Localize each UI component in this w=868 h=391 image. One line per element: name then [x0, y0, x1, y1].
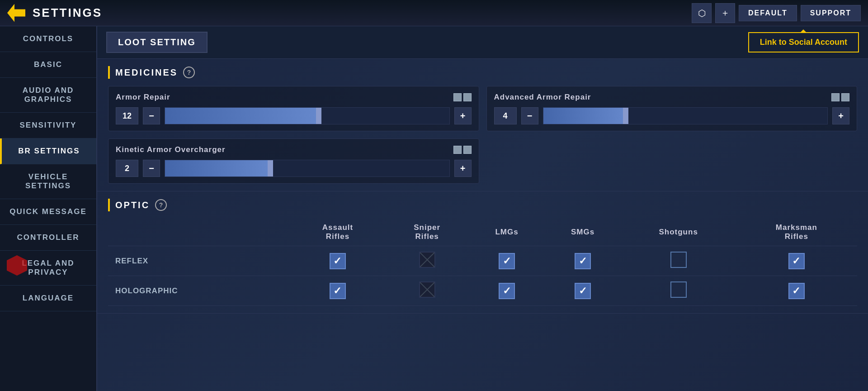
add-button[interactable]: ＋	[715, 3, 735, 23]
kinetic-armor-label: Kinetic Armor Overcharger	[116, 145, 226, 154]
checkmark-icon: ✓	[792, 285, 801, 297]
default-button[interactable]: DEFAULT	[739, 5, 797, 21]
reflex-marksman-checkbox[interactable]: ✓	[788, 253, 805, 269]
medicines-help-icon[interactable]: ?	[183, 67, 195, 78]
optic-reflex-label: REFLEX	[108, 246, 290, 276]
checkmark-icon: ✓	[333, 285, 342, 297]
sidebar-item-language[interactable]: LANGUAGE	[0, 286, 96, 311]
reflex-shotguns-checkbox[interactable]	[670, 252, 687, 268]
optic-holographic-shotguns	[621, 276, 736, 306]
optic-col-shotguns: Shotguns	[621, 219, 736, 246]
support-button[interactable]: SUPPORT	[801, 5, 861, 21]
sidebar-item-legal-privacy[interactable]: LEGAL AND PRIVACY	[0, 251, 96, 286]
optic-holographic-lmgs: ✓	[469, 276, 545, 306]
armor-repair-minus[interactable]: −	[143, 107, 160, 124]
holographic-assault-checkbox[interactable]: ✓	[330, 283, 346, 299]
sidebar-item-sensitivity[interactable]: SENSITIVITY	[0, 113, 96, 138]
sidebar-item-vehicle-settings[interactable]: VEHICLE SETTINGS	[0, 164, 96, 199]
armor-repair-value: 12	[116, 107, 138, 124]
loot-setting-tab[interactable]: LOOT SETTING	[106, 32, 208, 53]
optic-col-assault: AssaultRifles	[290, 219, 385, 246]
armor-repair-thumb	[316, 108, 321, 124]
medicines-title-row: MEDICINES ?	[108, 66, 857, 79]
optic-col-sniper: SniperRifles	[385, 219, 469, 246]
optic-reflex-marksman: ✓	[736, 246, 857, 276]
sidebar-item-controls[interactable]: CONTROLS	[0, 26, 96, 52]
kinetic-armor-fill	[165, 160, 273, 176]
armor-repair-track[interactable]	[165, 107, 450, 124]
holographic-shotguns-checkbox[interactable]	[670, 281, 687, 298]
kinetic-armor-plus[interactable]: +	[454, 160, 472, 177]
social-link-button[interactable]: Link to Social Account	[748, 32, 859, 52]
optic-reflex-sniper	[385, 246, 469, 276]
sidebar-item-br-settings[interactable]: BR SETTINGS	[0, 138, 96, 164]
advanced-armor-repair-value: 4	[494, 107, 517, 124]
armor-repair-box-2	[463, 93, 472, 101]
kinetic-armor-value: 2	[116, 160, 138, 177]
checkmark-icon: ✓	[579, 255, 587, 267]
armor-repair-box-1	[453, 93, 462, 101]
header-actions: ⬡ ＋ DEFAULT SUPPORT	[692, 3, 861, 23]
holographic-sniper-checkbox	[419, 281, 435, 298]
holographic-lmgs-checkbox[interactable]: ✓	[499, 283, 515, 299]
advanced-armor-repair-fill	[543, 108, 629, 124]
optic-holographic-smgs: ✓	[544, 276, 621, 306]
armor-repair-label: Armor Repair	[116, 93, 170, 102]
content-header: LOOT SETTING Link to Social Account	[97, 26, 868, 59]
rank-icon-button[interactable]: ⬡	[692, 3, 712, 23]
title-bar-accent	[108, 66, 110, 79]
medicines-sliders-grid: Armor Repair 12 −	[108, 86, 857, 184]
advanced-armor-repair-box-1	[831, 93, 840, 101]
medicines-title: MEDICINES	[115, 67, 178, 78]
kinetic-armor-minus[interactable]: −	[143, 160, 160, 177]
reflex-smgs-checkbox[interactable]: ✓	[575, 253, 591, 269]
page-title: SETTINGS	[33, 6, 102, 20]
optic-reflex-lmgs: ✓	[469, 246, 545, 276]
armor-repair-label-row: Armor Repair	[116, 93, 472, 102]
reflex-lmgs-checkbox[interactable]: ✓	[499, 253, 515, 269]
optic-section: OPTIC ? AssaultRifles SniperRifles LMGs …	[97, 191, 868, 314]
rank-icon: ⬡	[698, 8, 706, 19]
optic-title: OPTIC	[115, 200, 150, 210]
optic-title-bar-accent	[108, 199, 110, 211]
main-layout: CONTROLS BASIC AUDIO AND GRAPHICS SENSIT…	[0, 26, 868, 391]
armor-repair-plus[interactable]: +	[454, 107, 472, 124]
optic-col-label	[108, 219, 290, 246]
optic-col-marksman: MarksmanRifles	[736, 219, 857, 246]
kinetic-armor-track[interactable]	[165, 160, 450, 177]
advanced-armor-repair-thumb	[623, 108, 628, 124]
optic-header-row: AssaultRifles SniperRifles LMGs SMGs Sho…	[108, 219, 857, 246]
sidebar-item-controller[interactable]: CONTROLLER	[0, 225, 96, 251]
optic-table: AssaultRifles SniperRifles LMGs SMGs Sho…	[108, 219, 857, 306]
armor-repair-card: Armor Repair 12 −	[108, 86, 479, 131]
sidebar-item-basic[interactable]: BASIC	[0, 52, 96, 78]
sidebar-item-quick-message[interactable]: QUICK MESSAGE	[0, 199, 96, 225]
holographic-smgs-checkbox[interactable]: ✓	[575, 283, 591, 299]
medicines-section: MEDICINES ? Armor Repair	[97, 59, 868, 191]
checkmark-icon: ✓	[792, 255, 801, 267]
armor-repair-boxes	[453, 93, 472, 101]
plus-icon: ＋	[721, 7, 730, 19]
content-area: LOOT SETTING Link to Social Account MEDI…	[97, 26, 868, 391]
optic-row-reflex: REFLEX ✓ ✓	[108, 246, 857, 276]
kinetic-armor-box-2	[463, 146, 472, 154]
advanced-armor-repair-boxes	[831, 93, 849, 101]
holographic-marksman-checkbox[interactable]: ✓	[788, 283, 805, 299]
kinetic-armor-label-row: Kinetic Armor Overcharger	[116, 145, 472, 154]
header: SETTINGS ⬡ ＋ DEFAULT SUPPORT	[0, 0, 868, 26]
back-button[interactable]	[7, 4, 25, 22]
reflex-assault-checkbox[interactable]: ✓	[330, 253, 346, 269]
sidebar-item-audio-graphics[interactable]: AUDIO AND GRAPHICS	[0, 78, 96, 113]
advanced-armor-repair-box-2	[841, 93, 849, 101]
checkmark-icon: ✓	[333, 255, 342, 267]
advanced-armor-repair-plus[interactable]: +	[832, 107, 849, 124]
advanced-armor-repair-track[interactable]	[543, 107, 828, 124]
optic-holographic-label: HOLOGRAPHIC	[108, 276, 290, 306]
armor-repair-slider-row: 12 − +	[116, 107, 472, 124]
optic-help-icon[interactable]: ?	[155, 199, 167, 211]
optic-col-smgs: SMGs	[544, 219, 621, 246]
advanced-armor-repair-minus[interactable]: −	[521, 107, 538, 124]
armor-repair-fill	[165, 108, 321, 124]
checkmark-icon: ✓	[503, 285, 511, 297]
optic-holographic-sniper	[385, 276, 469, 306]
